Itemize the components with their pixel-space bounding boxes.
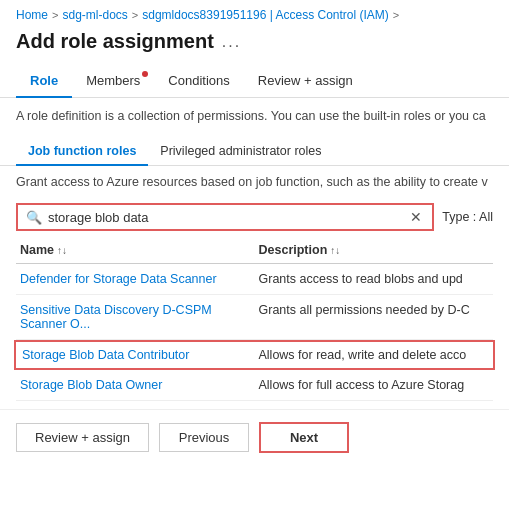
role-name-1[interactable]: Sensitive Data Discovery D-CSPM Scanner … bbox=[16, 301, 255, 333]
tab-members[interactable]: Members bbox=[72, 65, 154, 98]
role-desc-3: Allows for full access to Azure Storag bbox=[255, 376, 494, 394]
description-sort-icon[interactable]: ↑↓ bbox=[330, 245, 340, 256]
sep-1: > bbox=[52, 9, 58, 21]
col-header-description: Description ↑↓ bbox=[255, 241, 494, 259]
roles-table: Name ↑↓ Description ↑↓ Defender for Stor… bbox=[16, 237, 493, 401]
role-desc-1: Grants all permissions needed by D-C bbox=[255, 301, 494, 333]
review-assign-button[interactable]: Review + assign bbox=[16, 423, 149, 452]
page-title-ellipsis: ... bbox=[222, 33, 241, 51]
table-row-selected[interactable]: Storage Blob Data Contributor Allows for… bbox=[14, 340, 495, 370]
footer: Review + assign Previous Next bbox=[0, 409, 509, 465]
tab-role[interactable]: Role bbox=[16, 65, 72, 98]
role-name-0[interactable]: Defender for Storage Data Scanner bbox=[16, 270, 255, 288]
type-filter-label: Type : All bbox=[442, 210, 493, 224]
role-desc-0: Grants access to read blobs and upd bbox=[255, 270, 494, 288]
name-sort-icon[interactable]: ↑↓ bbox=[57, 245, 67, 256]
members-dot bbox=[142, 71, 148, 77]
search-row: 🔍 ✕ Type : All bbox=[0, 197, 509, 237]
sub-tab-privileged-admin[interactable]: Privileged administrator roles bbox=[148, 138, 333, 166]
sep-3: > bbox=[393, 9, 399, 21]
sub-description: Grant access to Azure resources based on… bbox=[0, 166, 509, 198]
next-button[interactable]: Next bbox=[259, 422, 349, 453]
sub-tab-job-function[interactable]: Job function roles bbox=[16, 138, 148, 166]
col-header-name: Name ↑↓ bbox=[16, 241, 255, 259]
breadcrumb: Home > sdg-ml-docs > sdgmldocs8391951196… bbox=[0, 0, 509, 26]
search-icon: 🔍 bbox=[26, 210, 42, 225]
breadcrumb-sdg-ml-docs[interactable]: sdg-ml-docs bbox=[62, 8, 127, 22]
table-row[interactable]: Sensitive Data Discovery D-CSPM Scanner … bbox=[16, 295, 493, 340]
search-input[interactable] bbox=[48, 210, 402, 225]
tab-conditions[interactable]: Conditions bbox=[154, 65, 243, 98]
table-row[interactable]: Defender for Storage Data Scanner Grants… bbox=[16, 264, 493, 295]
tab-review-assign[interactable]: Review + assign bbox=[244, 65, 367, 98]
tabs-container: Role Members Conditions Review + assign bbox=[0, 65, 509, 98]
role-name-2[interactable]: Storage Blob Data Contributor bbox=[18, 346, 255, 364]
sep-2: > bbox=[132, 9, 138, 21]
breadcrumb-iam[interactable]: sdgmldocs8391951196 | Access Control (IA… bbox=[142, 8, 389, 22]
breadcrumb-home[interactable]: Home bbox=[16, 8, 48, 22]
table-header: Name ↑↓ Description ↑↓ bbox=[16, 237, 493, 264]
previous-button[interactable]: Previous bbox=[159, 423, 249, 452]
role-desc-2: Allows for read, write and delete acco bbox=[255, 346, 492, 364]
page-title: Add role assignment ... bbox=[0, 26, 509, 53]
search-box: 🔍 ✕ bbox=[16, 203, 434, 231]
role-description: A role definition is a collection of per… bbox=[0, 98, 509, 132]
sub-tabs-container: Job function roles Privileged administra… bbox=[0, 132, 509, 166]
table-row[interactable]: Storage Blob Data Owner Allows for full … bbox=[16, 370, 493, 401]
clear-search-button[interactable]: ✕ bbox=[408, 209, 424, 225]
role-name-3[interactable]: Storage Blob Data Owner bbox=[16, 376, 255, 394]
